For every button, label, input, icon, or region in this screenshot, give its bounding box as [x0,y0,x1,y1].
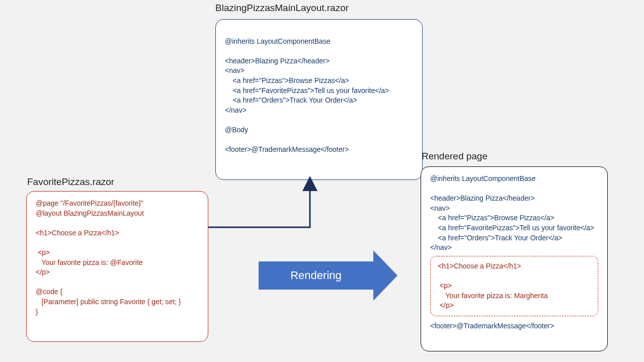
rendering-label: Rendering [259,261,373,290]
title-layout: BlazingPizzasMainLayout.razor [215,3,349,14]
title-rendered: Rendered page [422,151,488,162]
rendered-body-box: <h1>Choose a Pizza</h1> <p> Your favorit… [430,256,598,316]
title-favorite: FavoritePizzas.razor [27,176,114,188]
rendering-arrow: Rendering [259,250,397,301]
rendered-code-top: @inherits LayoutComponentBase <header>Bl… [430,174,598,253]
rendered-code-footer: <footer>@TrademarkMessage</footer> [430,321,598,331]
arrow-head-icon [373,250,397,301]
favorite-code: @page "/FavoritePizzas/{favorite}" @layo… [36,199,199,317]
rendered-body-code: <h1>Choose a Pizza</h1> <p> Your favorit… [438,261,591,311]
layout-code: @inherits LayoutComponentBase <header>Bl… [225,27,413,155]
layout-box: @inherits LayoutComponentBase <header>Bl… [215,19,423,180]
favorite-pizzas-box: @page "/FavoritePizzas/{favorite}" @layo… [26,191,208,342]
rendered-box: @inherits LayoutComponentBase <header>Bl… [421,166,608,351]
